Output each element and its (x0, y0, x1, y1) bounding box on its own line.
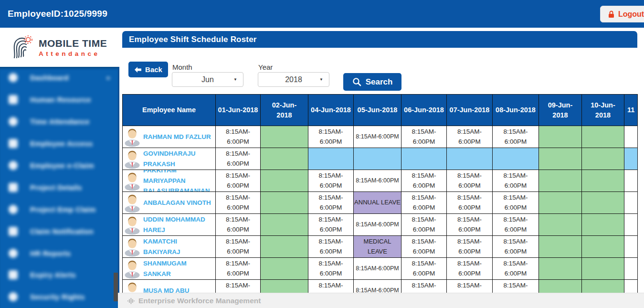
sidebar-item-claim-notification[interactable]: Claim Notification (0, 220, 118, 242)
employee-name-link[interactable]: MUSA MD ABU (143, 286, 190, 293)
schedule-cell (261, 258, 308, 280)
schedule-cell (261, 170, 308, 192)
schedule-cell: 8:15AM- 6:00PM (401, 126, 447, 148)
schedule-cell (582, 236, 624, 258)
schedule-cell (624, 280, 638, 293)
sidebar-item-project-details[interactable]: Project Details (0, 176, 118, 198)
schedule-cell: 8:15AM- 6:00PM (308, 126, 354, 148)
schedule-cell: 8:15AM- 6:00PM (216, 236, 261, 258)
date-column-header: 05-Jun-2018 (354, 95, 401, 126)
employee-name-link[interactable]: PAKKIYAM MARIYAPPAN BALASUBRAMANIAN (143, 170, 215, 192)
avatar (124, 127, 141, 147)
date-column-header: 07-Jun-2018 (447, 95, 493, 126)
search-button[interactable]: Search (343, 73, 401, 91)
schedule-cell (539, 236, 582, 258)
date-column-header: 08-Jun-2018 (493, 95, 539, 126)
schedule-cell: 8:15AM- 6:00PM (216, 170, 261, 192)
schedule-cell: 8:15AM- 6:00PM (447, 192, 493, 214)
sidebar-item-employee-e-claim[interactable]: Employee e-Claim (0, 155, 118, 177)
schedule-cell (539, 192, 582, 214)
schedule-cell (582, 192, 624, 214)
employee-name-link[interactable]: KAMATCHI BAKIYARAJ (143, 236, 215, 257)
year-select[interactable]: 2018 ▼ (258, 72, 329, 87)
sidebar-item-dashboard[interactable]: Dashboard▸ (0, 67, 118, 89)
sidebar-item-project-emp-claim[interactable]: Project Emp Claim (0, 198, 118, 220)
schedule-cell: 8:15AM-6:00PM (354, 170, 401, 192)
schedule-cell: 8:15AM- 6:00PM (216, 258, 261, 280)
schedule-cell: 8:15AM- 6:00PM (216, 148, 261, 170)
menu-item-label: Project Details (30, 183, 82, 191)
sidebar-scrollbar-thumb[interactable] (114, 273, 118, 301)
schedule-cell: 8:15AM- 6:00PM (216, 280, 261, 293)
schedule-cell: 8:15AM- 6:00PM (401, 258, 447, 280)
employee-name-cell: SHANMUGAM SANKAR (123, 258, 216, 280)
year-value: 2018 (285, 75, 302, 84)
sidebar-item-human-resource[interactable]: Human Resource (0, 89, 118, 111)
employee-name-link[interactable]: SHANMUGAM SANKAR (143, 258, 215, 279)
schedule-cell (539, 126, 582, 148)
employee-name-link[interactable]: UDDIN MOHAMMAD HAREJ (143, 214, 215, 235)
chevron-icon: ▸ (107, 74, 110, 81)
roster-row: PAKKIYAM MARIYAPPAN BALASUBRAMANIAN8:15A… (123, 170, 638, 192)
schedule-cell: 8:15AM-6:00PM (354, 258, 401, 280)
employee-name-link[interactable]: RAHMAN MD FAZLUR (143, 132, 211, 142)
schedule-cell: 8:15AM- 6:00PM (447, 214, 493, 236)
roster-row: KAMATCHI BAKIYARAJ8:15AM- 6:00PM8:15AM- … (123, 236, 638, 258)
menu-item-label: Time Attendance (30, 117, 90, 126)
schedule-cell (624, 126, 638, 148)
schedule-cell: 8:15AM- 6:00PM (447, 170, 493, 192)
sidebar-item-time-attendance[interactable]: Time Attendance (0, 111, 118, 133)
avatar (124, 171, 141, 191)
date-column-header: 10-Jun- 2018 (582, 95, 624, 126)
brand-subname: Attendance (39, 50, 107, 57)
schedule-cell: ANNUAL LEAVE (354, 192, 401, 214)
employee-name-cell: PAKKIYAM MARIYAPPAN BALASUBRAMANIAN (123, 170, 216, 192)
employee-name-cell: UDDIN MOHAMMAD HAREJ (123, 214, 216, 236)
month-select[interactable]: Jun ▼ (172, 72, 243, 87)
menu-item-icon (9, 270, 18, 279)
equalizer-icon (127, 297, 135, 305)
footer-bar: Enterprise Workforce Management (118, 293, 644, 308)
month-label: Month (172, 63, 192, 71)
schedule-cell: 8:15AM- 6:00PM (493, 192, 539, 214)
schedule-cell (539, 214, 582, 236)
roster-table-container: Employee Name 01-Jun-201802-Jun- 201804-… (122, 94, 638, 293)
avatar (124, 237, 141, 257)
logout-button[interactable]: Logout (600, 6, 644, 22)
chevron-down-icon: ▼ (233, 77, 237, 82)
schedule-cell: 8:15AM- 6:00PM (447, 126, 493, 148)
sidebar-item-employee-access[interactable]: Employee Access (0, 133, 118, 155)
avatar (124, 215, 141, 235)
schedule-cell: 8:15AM-6:00PM (354, 214, 401, 236)
roster-row: SHANMUGAM SANKAR8:15AM- 6:00PM8:15AM- 6:… (123, 258, 638, 280)
year-label: Year (258, 63, 273, 71)
schedule-cell: 8:15AM- 6:00PM (493, 170, 539, 192)
schedule-cell: 8:15AM- 6:00PM (447, 236, 493, 258)
schedule-cell (624, 258, 638, 280)
menu-item-label: Human Resource (30, 96, 91, 104)
sidebar-item-security-rights[interactable]: Security Rights (0, 286, 118, 308)
employee-name-cell: KAMATCHI BAKIYARAJ (123, 236, 216, 258)
back-button[interactable]: Back (128, 62, 168, 77)
schedule-cell (493, 148, 539, 170)
schedule-cell (582, 148, 624, 170)
menu-item-label: Dashboard (30, 74, 69, 82)
menu-item-icon (9, 249, 18, 258)
employee-name-link[interactable]: GOVINDHARAJU PRAKASH (143, 149, 215, 169)
sidebar-item-expiry-alerts[interactable]: Expiry Alerts (0, 264, 118, 286)
schedule-cell: 8:15AM- 6:00PM (308, 236, 354, 258)
schedule-cell: 8:15AM- 6:00PM (493, 214, 539, 236)
schedule-cell: 8:15AM- 6:00PM (308, 258, 354, 280)
month-value: Jun (201, 75, 214, 84)
employee-name-link[interactable]: ANBALAGAN VINOTH (143, 198, 211, 208)
menu-item-icon (9, 205, 18, 214)
brand-name: MOBILE TIME (39, 38, 107, 49)
schedule-cell (624, 192, 638, 214)
menu-item-icon (9, 227, 18, 236)
schedule-cell (539, 148, 582, 170)
schedule-cell: 8:15AM- 6:00PM (447, 258, 493, 280)
schedule-cell (582, 170, 624, 192)
sidebar-item-hr-reports[interactable]: HR Reports (0, 242, 118, 264)
avatar (124, 149, 141, 169)
search-label: Search (366, 77, 393, 87)
